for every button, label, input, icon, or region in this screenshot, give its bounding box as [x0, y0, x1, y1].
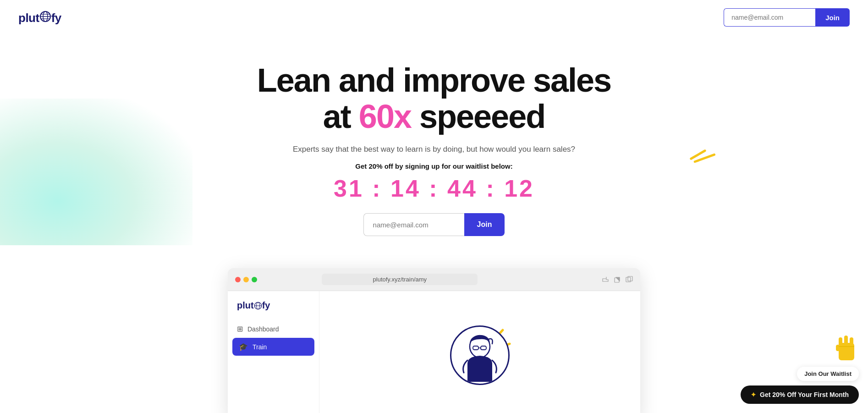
- sidebar-item-train[interactable]: 🎓 Train: [232, 338, 314, 356]
- browser-share-icon: [602, 276, 609, 283]
- logo-globe-icon: [39, 11, 51, 22]
- hero-subtitle: Experts say that the best way to learn i…: [9, 145, 859, 154]
- nav-email-input[interactable]: [724, 8, 815, 27]
- logo-text: plut fy: [18, 10, 61, 25]
- browser-url-bar: plutofy.xyz/train/amy: [322, 274, 478, 285]
- sidebar-dashboard-label: Dashboard: [247, 325, 279, 333]
- hand-pointer-icon: [834, 333, 859, 362]
- nav-join-button[interactable]: Join: [815, 8, 850, 27]
- hero-email-form: Join: [9, 213, 859, 236]
- browser-minimize-dot: [243, 277, 249, 282]
- browser-dots: [235, 277, 257, 282]
- app-sidebar: plut fy ⊞ Dashboard 🎓 Train: [228, 291, 319, 413]
- spark-decoration: [689, 151, 712, 164]
- hero-title: Lean and improve sales at 60x speeeed: [9, 62, 859, 135]
- browser-close-dot: [235, 277, 241, 282]
- hero-cta-label: Get 20% off by signing up for our waitli…: [9, 162, 859, 170]
- browser-window: plutofy.xyz/train/amy plut fy: [228, 268, 640, 413]
- browser-content: plut fy ⊞ Dashboard 🎓 Train: [228, 291, 640, 413]
- train-icon: 🎓: [239, 342, 248, 351]
- hero-section: Lean and improve sales at 60x speeeed Ex…: [0, 35, 868, 245]
- avatar-container: [450, 325, 510, 385]
- dashboard-icon: ⊞: [237, 325, 243, 333]
- sidebar-item-dashboard[interactable]: ⊞ Dashboard: [228, 320, 319, 338]
- nav-email-form: Join: [724, 8, 850, 27]
- browser-duplicate-icon: [626, 276, 633, 283]
- sidebar-globe-icon: [254, 302, 262, 310]
- waitlist-label: Join Our Waitlist: [797, 367, 859, 381]
- svg-rect-19: [839, 337, 842, 347]
- navbar: plut fy Join: [0, 0, 868, 35]
- hero-join-button[interactable]: Join: [464, 213, 505, 236]
- browser-newtab-icon: [614, 276, 621, 283]
- svg-rect-20: [844, 336, 848, 346]
- bottom-bar: Join Our Waitlist ✦ Get 20% Off Your Fir…: [741, 333, 859, 404]
- countdown-timer: 31 : 14 : 44 : 12: [9, 175, 859, 202]
- cta-pill-button[interactable]: ✦ Get 20% Off Your First Month: [741, 385, 859, 404]
- hero-email-input[interactable]: [363, 213, 464, 236]
- logo: plut fy: [18, 10, 61, 25]
- browser-actions: [602, 276, 633, 283]
- svg-rect-22: [836, 345, 840, 351]
- browser-bar: plutofy.xyz/train/amy: [228, 268, 640, 291]
- hand-icon-wrap: [834, 333, 859, 362]
- app-main-content: [319, 291, 640, 413]
- star-icon: ✦: [751, 391, 756, 398]
- sidebar-train-label: Train: [253, 343, 267, 351]
- cta-pill-label: Get 20% Off Your First Month: [760, 391, 849, 398]
- browser-maximize-dot: [252, 277, 257, 282]
- sidebar-logo: plut fy: [228, 300, 319, 320]
- svg-rect-21: [850, 337, 853, 347]
- avatar-illustration: [455, 329, 505, 382]
- avatar: [450, 325, 510, 385]
- browser-mockup: plutofy.xyz/train/amy plut fy: [0, 268, 868, 413]
